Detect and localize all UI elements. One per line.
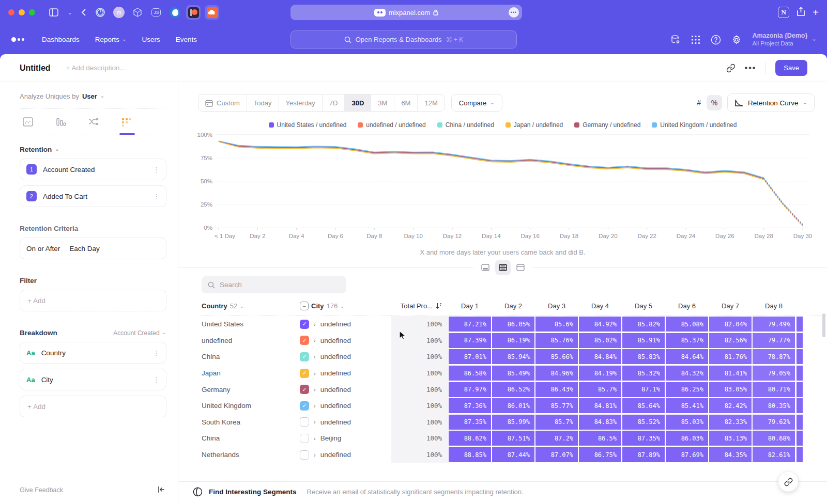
retention-criteria-card[interactable]: On or After Each Day [20, 238, 166, 259]
close-window-button[interactable] [8, 9, 14, 15]
table-row[interactable]: United Kingdom ✓ › undefined 100%87.36%8… [202, 398, 827, 414]
legend-item[interactable]: Japan / undefined [506, 121, 563, 129]
row-checkbox[interactable]: ✓ [300, 320, 309, 329]
retention-step-card[interactable]: 2 Added To Cart ⋮ [20, 185, 166, 207]
breakdown-options-icon[interactable]: ⋮ [153, 376, 160, 384]
retention-value-cell[interactable]: 85.49% [492, 366, 534, 381]
table-search-input[interactable]: Search [202, 276, 346, 293]
retention-value-cell[interactable]: 84.64% [666, 349, 708, 364]
breakdown-event-selector[interactable]: Account Created⌄ [113, 329, 166, 337]
range-3m[interactable]: 3M [371, 94, 394, 111]
nav-reports[interactable]: Reports⌄ [95, 36, 127, 43]
retention-value-cell[interactable]: 87.35% [449, 415, 491, 430]
url-bar[interactable]: mixpanel.com ••• [290, 5, 522, 20]
retention-value-cell[interactable]: 82.56% [709, 333, 752, 348]
percent-toggle[interactable]: % [707, 95, 722, 111]
retention-value-cell[interactable]: 86.01% [492, 398, 534, 413]
legend-item[interactable]: undefined / undefined [358, 121, 425, 129]
retention-value-cell[interactable]: 85.37% [666, 333, 708, 348]
window-controls[interactable] [8, 9, 35, 15]
report-title[interactable]: Untitled [20, 64, 51, 73]
minimize-window-button[interactable] [19, 9, 25, 15]
retention-value-cell[interactable]: 80.68% [753, 431, 795, 446]
retention-value-cell[interactable]: 87.39% [449, 333, 491, 348]
mixpanel-logo[interactable] [11, 37, 24, 42]
copy-link-icon[interactable] [726, 64, 736, 73]
legend-item[interactable]: United States / undefined [269, 121, 347, 129]
table-row[interactable]: China ✓ › undefined 100%87.01%85.94%85.6… [202, 349, 827, 365]
retention-value-cell[interactable]: 87.44% [492, 447, 534, 462]
retention-value-cell[interactable]: 86.52% [492, 382, 534, 397]
legend-item[interactable]: Germany / undefined [574, 121, 640, 129]
legend-item[interactable]: China / undefined [437, 121, 494, 129]
total-column-header[interactable]: Total Pro... [391, 302, 448, 310]
city-column-header[interactable]: −City176⌄ [300, 302, 391, 310]
step-event-label[interactable]: Added To Cart [43, 193, 87, 200]
retention-value-cell[interactable]: 86.5% [579, 431, 621, 446]
table-row[interactable]: China › Beijing 100%88.62%87.51%87.2%86.… [202, 430, 827, 447]
expand-row-icon[interactable]: › [314, 337, 316, 343]
retention-value-cell[interactable]: 85.08% [666, 317, 708, 332]
expand-row-icon[interactable]: › [314, 354, 316, 360]
retention-value-cell[interactable]: 82.04% [709, 317, 752, 332]
tab-retention[interactable] [121, 117, 133, 134]
retention-value-cell[interactable]: 81.41% [709, 366, 752, 381]
retention-value-cell[interactable]: 85.83% [622, 349, 665, 364]
retention-value-cell[interactable]: 87.97% [449, 382, 491, 397]
retention-step-card[interactable]: 1 Account Created ⋮ [20, 159, 166, 180]
power-circle-extension-icon[interactable] [93, 5, 108, 20]
expand-row-icon[interactable]: › [314, 321, 316, 327]
chart-type-selector[interactable]: Retention Curve ⌄ [727, 93, 815, 112]
row-checkbox[interactable]: ✓ [300, 369, 309, 378]
table-row[interactable]: Netherlands › undefined 100%88.85%87.44%… [202, 447, 827, 463]
retention-value-cell[interactable]: 85.64% [622, 398, 665, 413]
retention-section-label[interactable]: Retention⌄ [20, 146, 166, 153]
range-custom[interactable]: Custom [198, 94, 247, 111]
retention-value-cell[interactable]: 87.36% [449, 398, 491, 413]
maximize-window-button[interactable] [29, 9, 35, 15]
chevron-down-icon[interactable]: ⌄ [68, 10, 72, 15]
chart-only-view-button[interactable] [478, 260, 493, 275]
retention-value-cell[interactable]: 86.03% [666, 431, 708, 446]
retention-value-cell[interactable]: 79.05% [753, 366, 795, 381]
table-row[interactable]: United States ✓ › undefined 100%87.21%86… [202, 316, 827, 333]
retention-value-cell[interactable]: 79.77% [753, 333, 795, 348]
tab-funnels[interactable] [56, 117, 66, 134]
day-column-header[interactable]: Day 8 [752, 302, 795, 310]
save-button[interactable]: Save [775, 60, 807, 76]
breakdown-property-label[interactable]: City [41, 376, 53, 384]
compare-button[interactable]: Compare⌄ [451, 94, 502, 112]
expand-row-icon[interactable]: › [314, 419, 316, 425]
row-checkbox[interactable]: ✓ [300, 385, 309, 394]
step-options-icon[interactable]: ⋮ [153, 166, 160, 174]
retention-value-cell[interactable]: 84.32% [666, 366, 708, 381]
settings-gear-icon[interactable] [731, 35, 742, 45]
back-icon[interactable] [81, 8, 86, 17]
range-30d[interactable]: 30D [345, 94, 371, 111]
retention-value-cell[interactable]: 82.33% [709, 415, 752, 430]
row-checkbox[interactable]: ✓ [300, 401, 309, 411]
table-row[interactable]: South Korea › undefined 100%87.35%85.99%… [202, 414, 827, 431]
expand-row-icon[interactable]: › [314, 370, 316, 376]
absolute-numbers-toggle[interactable]: # [691, 95, 707, 111]
retention-value-cell[interactable]: 85.76% [535, 333, 578, 348]
js-badge-extension-icon[interactable]: JS [149, 5, 163, 20]
share-link-fab[interactable] [778, 472, 798, 492]
day-column-header[interactable]: Day 4 [578, 302, 622, 310]
select-all-checkbox[interactable]: − [300, 302, 309, 310]
retention-value-cell[interactable]: 85.94% [492, 349, 534, 364]
retention-value-cell[interactable]: 83.05% [709, 382, 752, 397]
retention-value-cell[interactable]: 84.84% [579, 349, 621, 364]
step-event-label[interactable]: Account Created [43, 166, 95, 174]
retention-value-cell[interactable]: 82.61% [753, 447, 795, 462]
retention-value-cell[interactable]: 81.76% [709, 349, 752, 364]
retention-value-cell[interactable]: 85.99% [492, 415, 534, 430]
day-column-header[interactable]: Day 6 [665, 302, 709, 310]
data-management-icon[interactable] [670, 35, 681, 45]
add-breakdown-button[interactable]: + Add [20, 396, 166, 417]
retention-value-cell[interactable]: 85.6% [535, 317, 578, 332]
retention-value-cell[interactable]: 87.35% [622, 431, 665, 446]
row-checkbox[interactable]: ✓ [300, 352, 309, 361]
range-7d[interactable]: 7D [323, 94, 345, 111]
row-checkbox[interactable] [300, 417, 309, 427]
